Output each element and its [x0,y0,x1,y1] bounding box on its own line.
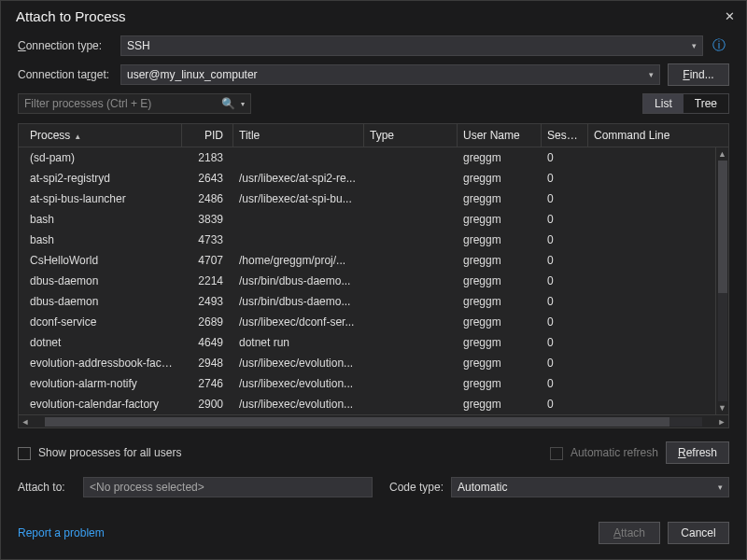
scroll-up-icon[interactable]: ▲ [718,147,726,161]
col-title[interactable]: Title [233,124,364,147]
cell [588,358,728,368]
cell: 0 [542,229,588,251]
cell: 0 [542,311,588,333]
filter-row: Filter processes (Ctrl + E) 🔍 ▾ List Tre… [18,93,729,114]
scroll-thumb[interactable] [718,161,727,293]
view-tree-button[interactable]: Tree [684,94,728,113]
attach-to-field[interactable]: <No process selected> [83,477,373,497]
info-icon[interactable]: ⓘ [709,37,729,54]
report-problem-link[interactable]: Report a problem [18,526,105,539]
cell: greggm [458,167,542,189]
cell: 0 [542,249,588,272]
cell [233,153,364,162]
table-row[interactable]: at-spi2-registryd2643/usr/libexec/at-spi… [19,168,728,189]
cell: 4733 [182,229,233,251]
show-all-users-checkbox[interactable] [18,447,31,460]
table-row[interactable]: (sd-pam)2183greggm0 [19,147,728,168]
cell [233,215,364,224]
horizontal-scrollbar[interactable]: ◄ ► [19,414,728,427]
table-row[interactable]: dconf-service2689/usr/libexec/dconf-ser.… [19,312,728,332]
cell: 2214 [182,270,233,292]
chevron-down-icon[interactable]: ▾ [241,100,245,108]
col-user[interactable]: User Name [458,124,542,147]
connection-target-combo[interactable]: user@my_linux_computer ▾ [120,64,660,85]
connection-type-label: Connection type: [18,39,120,52]
attach-to-label: Attach to: [18,481,83,494]
close-icon[interactable]: ✕ [722,9,737,23]
scroll-left-icon[interactable]: ◄ [19,417,32,427]
cell: evolution-calendar-factory [19,393,182,414]
cancel-button[interactable]: Cancel [668,522,729,544]
cell: /usr/libexec/at-spi2-re... [233,167,364,189]
code-type-combo[interactable]: Automatic ▾ [451,477,729,497]
table-row[interactable]: CsHelloWorld4707/home/greggm/proj/...gre… [19,250,728,271]
cell [588,338,728,347]
table-row[interactable]: bash3839greggm0 [19,209,728,230]
cell: 0 [542,352,588,374]
attach-to-process-dialog: Attach to Process ✕ Connection type: SSH… [0,0,747,560]
table-row[interactable]: evolution-alarm-notify2746/usr/libexec/e… [19,373,728,394]
cell: 0 [542,331,588,354]
vertical-scrollbar[interactable]: ▲ ▼ [715,147,728,414]
cell [233,235,364,245]
cell: dotnet [19,331,182,354]
cell: 2486 [182,188,233,210]
table-row[interactable]: dbus-daemon2493/usr/bin/dbus-daemo...gre… [19,291,728,312]
table-row[interactable]: dotnet4649dotnet rungreggm0 [19,332,728,353]
col-pid[interactable]: PID [182,124,233,147]
cell [588,317,728,327]
filter-placeholder: Filter processes (Ctrl + E) [24,97,151,110]
cell: 3839 [182,208,233,231]
cell: 2746 [182,372,233,395]
table-row[interactable]: at-spi-bus-launcher2486/usr/libexec/at-s… [19,189,728,209]
table-row[interactable]: evolution-addressbook-factory2948/usr/li… [19,353,728,373]
refresh-button[interactable]: Refresh [666,441,729,464]
cell: /usr/libexec/dconf-ser... [233,311,364,333]
show-all-users-label: Show processes for all users [38,446,181,459]
cell: greggm [458,229,542,251]
cell: dotnet run [233,331,364,354]
scroll-right-icon[interactable]: ► [715,417,728,427]
col-session[interactable]: Session [542,124,588,147]
cell: 0 [542,147,588,169]
find-button[interactable]: Find... [668,63,729,86]
view-list-button[interactable]: List [643,94,684,113]
table-row[interactable]: evolution-calendar-factory2900/usr/libex… [19,394,728,414]
cell [364,256,458,265]
cell: greggm [458,352,542,374]
cell: 0 [542,208,588,231]
col-process[interactable]: Process▲ [19,124,182,147]
footer: Report a problem Attach Cancel [18,522,729,544]
cell: (sd-pam) [19,147,182,169]
cell: greggm [458,290,542,313]
col-type[interactable]: Type [364,124,458,147]
code-type-label: Code type: [389,481,444,494]
col-cmd[interactable]: Command Line [588,124,715,147]
cell: greggm [458,147,542,169]
cell: dconf-service [19,311,182,333]
cell: greggm [458,249,542,272]
filter-input[interactable]: Filter processes (Ctrl + E) 🔍 ▾ [18,93,251,114]
table-row[interactable]: dbus-daemon2214/usr/bin/dbus-daemo...gre… [19,271,728,291]
scroll-thumb[interactable] [45,417,669,427]
sort-asc-icon: ▲ [74,133,81,141]
cell: evolution-alarm-notify [19,372,182,395]
cell [364,194,458,203]
cell [588,399,728,409]
table-row[interactable]: bash4733greggm0 [19,230,728,250]
cell: 0 [542,167,588,189]
chevron-down-icon: ▾ [649,70,654,79]
cell [364,338,458,347]
cell: /usr/bin/dbus-daemo... [233,270,364,292]
connection-type-combo[interactable]: SSH ▾ [120,35,703,56]
cell: greggm [458,331,542,354]
cell [588,297,728,306]
scroll-down-icon[interactable]: ▼ [718,401,726,414]
cell: /usr/libexec/evolution... [233,393,364,414]
cell: /usr/libexec/evolution... [233,352,364,374]
cell [364,174,458,183]
cell: at-spi-bus-launcher [19,188,182,210]
cell: /usr/libexec/evolution... [233,372,364,395]
connection-type-row: Connection type: SSH ▾ ⓘ [18,35,729,56]
cell [588,256,728,265]
